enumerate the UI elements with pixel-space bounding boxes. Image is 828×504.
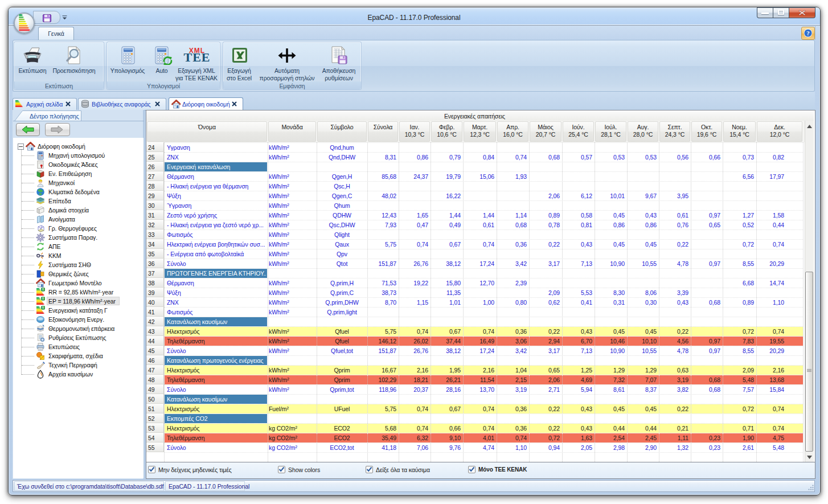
- svg-text:?: ?: [806, 30, 810, 36]
